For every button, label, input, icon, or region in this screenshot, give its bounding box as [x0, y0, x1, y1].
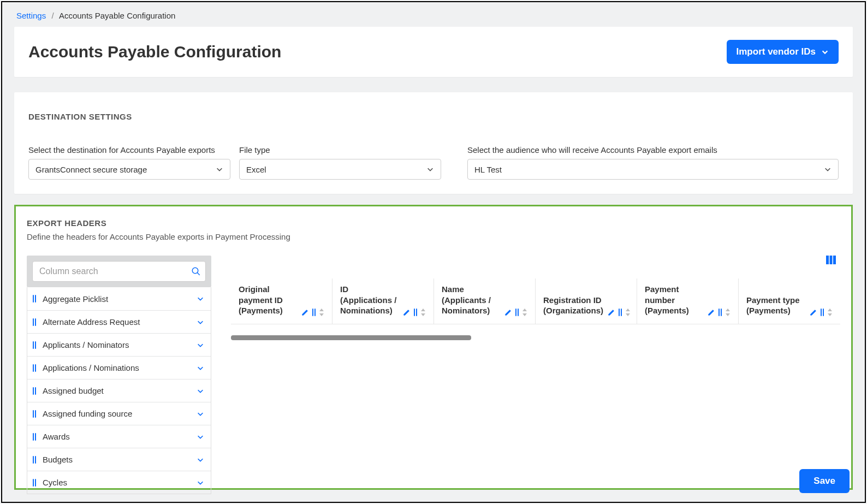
- edit-icon[interactable]: [708, 309, 715, 316]
- svg-marker-15: [828, 309, 832, 311]
- category-item-label: Aggregate Picklist: [43, 294, 197, 304]
- save-button[interactable]: Save: [799, 469, 850, 493]
- category-item[interactable]: Applications / Nominations: [27, 356, 211, 379]
- import-vendor-ids-label: Import vendor IDs: [737, 46, 816, 57]
- import-vendor-ids-button[interactable]: Import vendor IDs: [727, 40, 839, 64]
- chevron-down-icon: [197, 410, 204, 418]
- edit-icon[interactable]: [301, 309, 309, 316]
- sort-icon[interactable]: [522, 309, 527, 316]
- sort-icon[interactable]: [725, 309, 731, 316]
- drag-handle-icon[interactable]: [33, 318, 37, 326]
- chevron-down-icon: [216, 165, 223, 173]
- svg-point-0: [192, 268, 198, 274]
- drag-handle-icon[interactable]: [718, 309, 722, 316]
- chevron-down-icon: [197, 295, 204, 303]
- header-cell: Original payment ID (Payments): [231, 278, 332, 324]
- header-cell-title: Payment type (Payments): [746, 295, 805, 316]
- category-item[interactable]: Cycles: [27, 471, 211, 494]
- filetype-select[interactable]: Excel: [239, 159, 441, 180]
- category-item[interactable]: Assigned funding source: [27, 402, 211, 425]
- edit-icon[interactable]: [608, 309, 615, 316]
- svg-marker-7: [421, 309, 425, 311]
- sort-icon[interactable]: [625, 309, 631, 316]
- drag-handle-icon[interactable]: [33, 364, 37, 372]
- breadcrumb-root-link[interactable]: Settings: [16, 11, 46, 20]
- category-item[interactable]: Awards: [27, 425, 211, 448]
- horizontal-scrollbar[interactable]: [231, 335, 471, 340]
- svg-marker-6: [319, 313, 324, 316]
- export-headers-section-label: EXPORT HEADERS: [27, 218, 840, 228]
- header-cell-actions: [504, 309, 527, 316]
- drag-handle-icon[interactable]: [619, 309, 622, 316]
- svg-marker-9: [522, 309, 527, 311]
- save-footer: Save: [799, 469, 850, 493]
- header-cell-actions: [301, 309, 324, 316]
- export-headers-section: EXPORT HEADERS Define the headers for Ac…: [14, 205, 853, 490]
- drag-handle-icon[interactable]: [515, 309, 519, 316]
- destination-section-label: DESTINATION SETTINGS: [28, 112, 839, 121]
- search-icon: [191, 266, 201, 276]
- category-item[interactable]: Alternate Address Request: [27, 310, 211, 333]
- destination-select[interactable]: GrantsConnect secure storage: [28, 159, 230, 180]
- column-picker-button[interactable]: [826, 256, 836, 266]
- drag-handle-icon[interactable]: [33, 295, 37, 303]
- header-cell: ID (Applications / Nominations): [332, 278, 434, 324]
- drag-handle-icon[interactable]: [414, 309, 417, 316]
- drag-handle-icon[interactable]: [33, 387, 37, 395]
- chevron-down-icon: [426, 165, 434, 173]
- category-item[interactable]: Aggregate Picklist: [27, 287, 211, 310]
- category-list: Aggregate PicklistAlternate Address Requ…: [27, 287, 211, 494]
- header-cell: Registration ID (Organizations): [536, 278, 637, 324]
- chevron-down-icon: [821, 48, 829, 56]
- category-item-label: Applicants / Nominators: [43, 340, 197, 349]
- category-item-label: Assigned budget: [43, 386, 197, 395]
- svg-marker-5: [319, 309, 324, 311]
- edit-icon[interactable]: [504, 309, 512, 316]
- sort-icon[interactable]: [319, 309, 324, 316]
- sort-icon[interactable]: [827, 309, 833, 316]
- filetype-field-label: File type: [239, 145, 441, 155]
- svg-marker-16: [828, 313, 832, 316]
- header-cell-title: Registration ID (Organizations): [543, 295, 603, 316]
- svg-rect-2: [826, 256, 829, 264]
- category-item-label: Alternate Address Request: [43, 317, 197, 327]
- category-item[interactable]: Applicants / Nominators: [27, 333, 211, 356]
- drag-handle-icon[interactable]: [33, 479, 37, 487]
- header-cell-actions: [708, 309, 731, 316]
- drag-handle-icon[interactable]: [33, 433, 37, 441]
- chevron-down-icon: [197, 479, 204, 487]
- chevron-down-icon: [197, 341, 204, 349]
- drag-handle-icon[interactable]: [33, 341, 37, 349]
- breadcrumb-current: Accounts Payable Configuration: [59, 11, 175, 20]
- header-cell-title: Payment number (Payments): [645, 284, 703, 316]
- category-item[interactable]: Assigned budget: [27, 379, 211, 402]
- edit-icon[interactable]: [403, 309, 411, 316]
- svg-marker-8: [421, 313, 425, 316]
- svg-marker-12: [626, 313, 630, 316]
- drag-handle-icon[interactable]: [33, 410, 37, 418]
- header-cell: Name (Applicants / Nominators): [434, 278, 536, 324]
- headers-area: Original payment ID (Payments)ID (Applic…: [231, 256, 840, 494]
- column-search-input[interactable]: [39, 266, 191, 276]
- export-headers-subtitle: Define the headers for Accounts Payable …: [27, 232, 840, 241]
- drag-handle-icon[interactable]: [312, 309, 316, 316]
- chevron-down-icon: [197, 456, 204, 464]
- drag-handle-icon[interactable]: [821, 309, 824, 316]
- drag-handle-icon[interactable]: [33, 456, 37, 464]
- column-search-box: [32, 261, 206, 282]
- page-header: Accounts Payable Configuration Import ve…: [14, 27, 853, 77]
- destination-settings-card: DESTINATION SETTINGS Select the destinat…: [14, 92, 853, 194]
- edit-icon[interactable]: [810, 309, 817, 316]
- sort-icon[interactable]: [420, 309, 426, 316]
- svg-line-1: [197, 272, 200, 275]
- svg-marker-14: [726, 313, 730, 316]
- svg-marker-11: [626, 309, 630, 311]
- category-item[interactable]: Budgets: [27, 448, 211, 471]
- svg-rect-4: [833, 256, 836, 264]
- breadcrumb-separator: /: [48, 11, 57, 20]
- breadcrumb: Settings / Accounts Payable Configuratio…: [2, 2, 865, 26]
- chevron-down-icon: [197, 318, 204, 326]
- audience-select[interactable]: HL Test: [467, 159, 839, 180]
- header-cell-title: ID (Applications / Nominations): [340, 284, 399, 316]
- columns-icon: [826, 256, 836, 264]
